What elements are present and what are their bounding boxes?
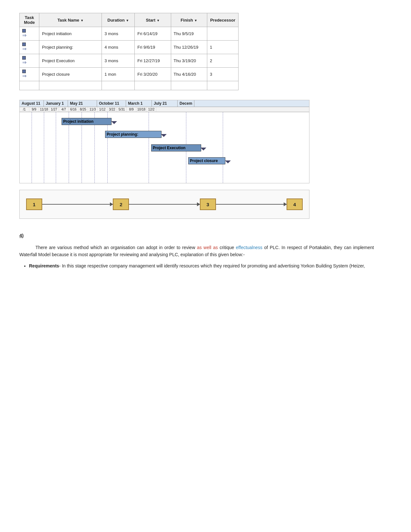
gantt-bar-2: Project planning: bbox=[105, 131, 161, 138]
gantt-date-cell: 4/7 bbox=[59, 107, 69, 112]
col-header-finish[interactable]: Finish ▼ bbox=[171, 13, 207, 27]
gantt-date-cell: 1/27 bbox=[49, 107, 59, 112]
gantt-vline bbox=[149, 112, 149, 183]
gantt-month-jan: January 1 bbox=[44, 100, 68, 107]
col-header-task-name[interactable]: Task Name ▼ bbox=[39, 13, 102, 27]
highlight-effectualness: effectualness bbox=[236, 245, 262, 250]
highlight-as-well-as: as well as bbox=[197, 245, 218, 250]
start-cell-1: Fri 6/14/19 bbox=[135, 27, 171, 41]
gantt-date-cell: /1 bbox=[20, 107, 29, 112]
duration-cell-2: 4 mons bbox=[102, 41, 135, 54]
gantt-bar-3: Project Execution bbox=[151, 144, 201, 151]
gantt-bar-4: Project closure bbox=[188, 157, 225, 164]
start-cell-2: Fri 9/6/19 bbox=[135, 41, 171, 54]
finish-cell-2: Thu 12/26/19 bbox=[171, 41, 207, 54]
paragraph-text-start: There are various method which an organi… bbox=[35, 245, 197, 250]
gantt-body: Project initiation Project planning: Pro… bbox=[20, 112, 309, 183]
table-row: ⇒ Project Execution 3 mons Fri 12/27/19 … bbox=[20, 54, 239, 68]
duration-cell-3: 3 mons bbox=[102, 54, 135, 68]
gantt-connector-4 bbox=[225, 160, 231, 163]
gantt-date-cell: 1/12 bbox=[98, 107, 107, 112]
task-mode-arrow-icon: ⇒ bbox=[22, 73, 26, 79]
network-node-3: 3 bbox=[200, 198, 216, 210]
col-header-start[interactable]: Start ▼ bbox=[135, 13, 171, 27]
gantt-vline bbox=[56, 112, 56, 183]
network-node-4: 4 bbox=[287, 198, 303, 210]
network-diagram: 1 2 3 4 bbox=[19, 190, 309, 219]
gantt-months-row: August 11 January 1 May 21 October 11 Ma… bbox=[20, 100, 309, 107]
col-header-duration[interactable]: Duration ▼ bbox=[102, 13, 135, 27]
text-section: 4) There are various method which an org… bbox=[19, 232, 374, 269]
network-arrow-3-4 bbox=[216, 204, 287, 205]
paragraph-1: There are various method which an organi… bbox=[19, 244, 374, 258]
task-name-cell-2: Project planning: bbox=[39, 41, 102, 54]
col-header-task-mode: TaskMode bbox=[20, 13, 39, 27]
network-arrow-line bbox=[129, 204, 200, 205]
network-node-1: 1 bbox=[26, 198, 42, 210]
finish-cell-3: Thu 3/19/20 bbox=[171, 54, 207, 68]
gantt-month-oct: October 11 bbox=[97, 100, 126, 107]
gantt-bar-label-2: Project planning: bbox=[107, 132, 138, 137]
task-mode-cell-2: ⇒ bbox=[20, 41, 39, 54]
gantt-bar-label-4: Project closure bbox=[190, 159, 218, 163]
table-empty-row bbox=[20, 81, 239, 90]
predecessor-cell-2: 1 bbox=[207, 41, 238, 54]
task-table: TaskMode Task Name ▼ Duration ▼ Start ▼ … bbox=[19, 13, 239, 90]
finish-cell-4: Thu 4/16/20 bbox=[171, 68, 207, 81]
predecessor-cell-3: 2 bbox=[207, 54, 238, 68]
gantt-bar-1: Project initiation bbox=[62, 118, 112, 125]
paragraph-text-middle: critique bbox=[218, 245, 236, 250]
gantt-month-aug: August 11 bbox=[20, 100, 44, 107]
gantt-chart: August 11 January 1 May 21 October 11 Ma… bbox=[19, 100, 309, 183]
table-row: ⇒ Project planning: 4 mons Fri 9/6/19 Th… bbox=[20, 41, 239, 54]
network-node-2: 2 bbox=[113, 198, 129, 210]
duration-cell-4: 1 mon bbox=[102, 68, 135, 81]
network-arrow-1-2 bbox=[42, 204, 113, 205]
bullet-list: Requirements- In this stage respective c… bbox=[29, 262, 374, 269]
col-header-predecessor: Predecessor bbox=[207, 13, 238, 27]
task-name-cell-1: Project initiation bbox=[39, 27, 102, 41]
gantt-date-cell: 11/3 bbox=[88, 107, 98, 112]
gantt-vline bbox=[223, 112, 223, 183]
gantt-date-cell: 9/9 bbox=[29, 107, 39, 112]
network-arrow-line bbox=[216, 204, 287, 205]
duration-cell-1: 3 mons bbox=[102, 27, 135, 41]
gantt-date-cell: 11/18 bbox=[39, 107, 49, 112]
gantt-month-may: May 21 bbox=[68, 100, 97, 107]
gantt-connector-3 bbox=[201, 148, 206, 150]
gantt-bar-label-3: Project Execution bbox=[153, 146, 185, 150]
start-cell-3: Fri 12/27/19 bbox=[135, 54, 171, 68]
gantt-date-cell: 8/9 bbox=[127, 107, 136, 112]
gantt-date-cell: 12/2 bbox=[147, 107, 156, 112]
gantt-date-cell: 5/31 bbox=[117, 107, 127, 112]
task-mode-arrow-icon: ⇒ bbox=[22, 59, 26, 65]
task-mode-arrow-icon: ⇒ bbox=[22, 46, 26, 52]
gantt-vline bbox=[32, 112, 32, 183]
gantt-bar-label-1: Project initiation bbox=[63, 119, 93, 124]
bullet-bold-requirements: Requirements bbox=[29, 263, 59, 268]
start-cell-4: Fri 3/20/20 bbox=[135, 68, 171, 81]
finish-cell-1: Thu 9/5/19 bbox=[171, 27, 207, 41]
gantt-date-cell: 3/22 bbox=[107, 107, 117, 112]
task-mode-arrow-icon: ⇒ bbox=[22, 32, 26, 38]
section-number: 4) bbox=[19, 232, 374, 239]
gantt-connector-2 bbox=[161, 134, 167, 137]
table-row: ⇒ Project initiation 3 mons Fri 6/14/19 … bbox=[20, 27, 239, 41]
gantt-connector-1 bbox=[111, 121, 117, 124]
gantt-vline bbox=[44, 112, 44, 183]
gantt-date-cell: 8/25 bbox=[78, 107, 88, 112]
gantt-dates-row: /1 9/9 11/18 1/27 4/7 6/16 8/25 11/3 1/1… bbox=[20, 107, 309, 112]
task-name-cell-4: Project closure bbox=[39, 68, 102, 81]
network-arrow-line bbox=[42, 204, 113, 205]
predecessor-cell-1 bbox=[207, 27, 238, 41]
gantt-month-mar: March 1 bbox=[126, 100, 152, 107]
table-row: ⇒ Project closure 1 mon Fri 3/20/20 Thu … bbox=[20, 68, 239, 81]
gantt-date-cell: 6/16 bbox=[69, 107, 78, 112]
task-mode-cell-3: ⇒ bbox=[20, 54, 39, 68]
task-name-cell-3: Project Execution bbox=[39, 54, 102, 68]
gantt-month-dec: Decem bbox=[178, 100, 194, 107]
bullet-text-requirements: - In this stage respective company manag… bbox=[59, 263, 365, 268]
gantt-date-cell: 10/18 bbox=[136, 107, 147, 112]
gantt-month-jul: July 21 bbox=[152, 100, 178, 107]
bullet-item-requirements: Requirements- In this stage respective c… bbox=[29, 262, 374, 269]
